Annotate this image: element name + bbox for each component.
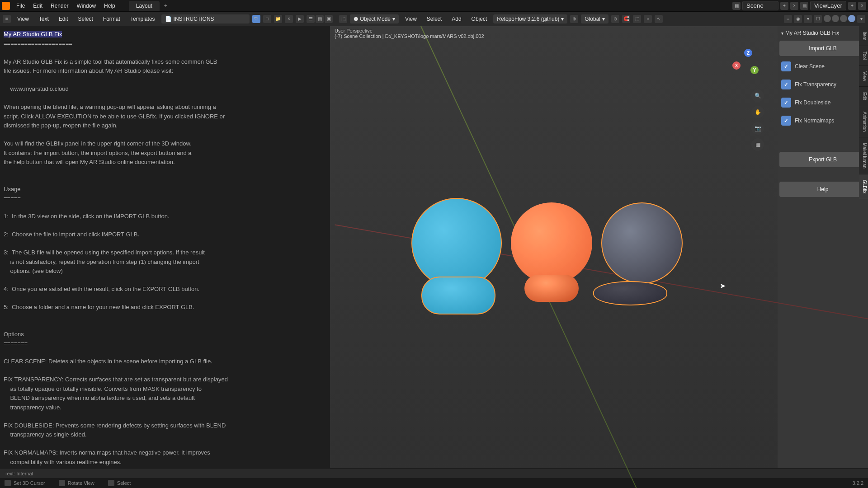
- text-p3: You will find the GLBfix panel in the up…: [4, 140, 192, 165]
- vtab-makehuman[interactable]: MakeHuman: [859, 137, 868, 174]
- viewport-menu-object[interactable]: Object: [468, 14, 491, 24]
- viewport-menu-add[interactable]: Add: [448, 14, 465, 24]
- text-menu-format[interactable]: Format: [99, 14, 124, 24]
- text-o3: FIX DOUBLESIDE: Prevents some rendering …: [4, 422, 226, 438]
- checkbox-fix-transparency[interactable]: ✓: [781, 80, 791, 89]
- gizmo-toggle-icon[interactable]: ↔: [784, 15, 792, 23]
- text-menu-select[interactable]: Select: [75, 14, 97, 24]
- viewlayer-name-input[interactable]: [810, 1, 846, 10]
- menu-file[interactable]: File: [13, 1, 28, 11]
- overlay-options-icon[interactable]: ▾: [804, 15, 812, 23]
- text-display-mode-3-icon[interactable]: ▣: [325, 15, 333, 23]
- viewlayer-icon[interactable]: ▤: [800, 2, 808, 10]
- checkbox-fix-transparency-row[interactable]: ✓ Fix Transparency: [779, 77, 866, 92]
- object-dark-compact[interactable]: [601, 202, 683, 284]
- mouse-left-icon: [5, 480, 11, 486]
- checkbox-fix-doubleside[interactable]: ✓: [781, 98, 791, 108]
- vtab-edit[interactable]: Edit: [859, 87, 868, 106]
- panel-header[interactable]: My AR Studio GLB Fix: [779, 28, 866, 38]
- shading-rendered-icon[interactable]: [848, 15, 855, 22]
- viewlayer-delete-icon[interactable]: ×: [858, 2, 866, 10]
- mode-selector[interactable]: ⬢ Object Mode ▾: [350, 14, 399, 23]
- transform-orientation-icon[interactable]: ⊕: [570, 15, 578, 23]
- object-orange-compact[interactable]: [511, 202, 592, 284]
- menu-render[interactable]: Render: [47, 1, 72, 11]
- snap-options-icon[interactable]: ⬚: [633, 15, 641, 23]
- editor-type-text-icon[interactable]: ≡: [3, 15, 11, 23]
- viewport-menu-view[interactable]: View: [401, 14, 420, 24]
- text-display-mode-2-icon[interactable]: ▤: [316, 15, 324, 23]
- viewport-collection-label: (-7) Scene Collection | D:/_KEYSHOT/logo…: [335, 33, 773, 39]
- text-display-mode-1-icon[interactable]: ☰: [307, 15, 315, 23]
- run-script-icon[interactable]: ▶: [296, 15, 304, 23]
- navigation-tools: 🔍 ✋ 📷 ▦: [751, 89, 764, 151]
- text-p2: When opening the blend file, a warning p…: [4, 103, 225, 129]
- scene-icon[interactable]: ▦: [732, 2, 741, 10]
- gizmo-x-axis[interactable]: X: [732, 61, 741, 70]
- viewport-menu-select[interactable]: Select: [423, 14, 445, 24]
- menu-help[interactable]: Help: [100, 1, 119, 11]
- scene-new-icon[interactable]: +: [780, 2, 788, 10]
- vtab-glbfix[interactable]: GLBfix: [859, 174, 868, 199]
- gizmo-y-axis[interactable]: Y: [750, 66, 759, 74]
- orientation-label: Global: [585, 16, 600, 22]
- text-u5: 5: Choose a folder and a name for your n…: [4, 304, 194, 310]
- gizmo-z-axis[interactable]: Z: [744, 49, 752, 57]
- shading-wireframe-icon[interactable]: [824, 15, 831, 22]
- scene-name-input[interactable]: [742, 1, 778, 10]
- text-menu-text[interactable]: Text: [35, 14, 52, 24]
- checkbox-fix-doubleside-row[interactable]: ✓ Fix Doubleside: [779, 95, 866, 110]
- transform-orientation-selector[interactable]: Global ▾: [581, 14, 609, 23]
- viewport-3d[interactable]: User Perspective (-7) Scene Collection |…: [330, 26, 868, 468]
- text-editor-panel: My AR Studio GLB Fix ===================…: [0, 26, 330, 468]
- text-datablock-selector[interactable]: 📄 INSTRUCTIONS: [161, 14, 250, 23]
- object-blue-compact[interactable]: [411, 198, 502, 288]
- checkbox-clear-scene[interactable]: ✓: [781, 61, 791, 71]
- checkbox-fix-normalmaps[interactable]: ✓: [781, 116, 791, 126]
- shading-options-icon[interactable]: ▾: [857, 15, 865, 23]
- help-button[interactable]: Help: [779, 182, 866, 197]
- xray-toggle-icon[interactable]: ☐: [814, 15, 822, 23]
- menu-window[interactable]: Window: [73, 1, 99, 11]
- pan-icon[interactable]: ✋: [751, 106, 764, 118]
- workspace-tab-layout[interactable]: Layout: [129, 1, 160, 11]
- checkbox-fix-normalmaps-row[interactable]: ✓ Fix Normalmaps: [779, 113, 866, 128]
- text-menu-templates[interactable]: Templates: [127, 14, 159, 24]
- export-glb-button[interactable]: Export GLB: [779, 152, 866, 167]
- mode-label: Object Mode: [360, 16, 391, 22]
- camera-view-icon[interactable]: 📷: [751, 122, 764, 135]
- vtab-item[interactable]: Item: [859, 26, 868, 46]
- perspective-toggle-icon[interactable]: ▦: [751, 138, 764, 151]
- zoom-icon[interactable]: 🔍: [751, 89, 764, 102]
- snap-icon[interactable]: 🧲: [622, 15, 630, 23]
- text-datablock-name: INSTRUCTIONS: [174, 16, 214, 22]
- text-usage-h: Usage: [4, 186, 21, 192]
- proportional-options-icon[interactable]: ∿: [655, 15, 663, 23]
- editor-type-3dview-icon[interactable]: ⬚: [339, 15, 347, 23]
- text-shield-icon[interactable]: 🛡: [252, 15, 260, 23]
- shading-solid-icon[interactable]: [832, 15, 839, 22]
- retopoflow-menu[interactable]: RetopoFlow 3.2.6 (github) ▾: [493, 14, 567, 23]
- text-editor-area[interactable]: My AR Studio GLB Fix ===================…: [0, 26, 330, 468]
- checkbox-clear-scene-row[interactable]: ✓ Clear Scene: [779, 59, 866, 74]
- proportional-edit-icon[interactable]: ○: [644, 15, 652, 23]
- text-open-icon[interactable]: 📁: [274, 15, 282, 23]
- viewlayer-new-icon[interactable]: +: [848, 2, 856, 10]
- text-menu-view[interactable]: View: [14, 14, 33, 24]
- import-glb-button[interactable]: Import GLB: [779, 41, 866, 56]
- text-menu-edit[interactable]: Edit: [55, 14, 72, 24]
- vtab-view[interactable]: View: [859, 66, 868, 87]
- workspace-add-button[interactable]: +: [160, 1, 171, 11]
- text-new-icon[interactable]: □: [263, 15, 271, 23]
- vtab-animation[interactable]: Animation: [859, 106, 868, 137]
- vtab-tool[interactable]: Tool: [859, 46, 868, 66]
- navigation-gizmo[interactable]: Z Y X: [732, 49, 764, 80]
- scene-delete-icon[interactable]: ×: [790, 2, 798, 10]
- menu-edit[interactable]: Edit: [29, 1, 46, 11]
- shading-matpreview-icon[interactable]: [840, 15, 847, 22]
- text-opts-sep: =======: [4, 340, 28, 347]
- text-unlink-icon[interactable]: ×: [285, 15, 293, 23]
- overlay-toggle-icon[interactable]: ◉: [794, 15, 802, 23]
- pivot-point-icon[interactable]: ⊙: [611, 15, 619, 23]
- mouse-middle-icon: [59, 480, 65, 486]
